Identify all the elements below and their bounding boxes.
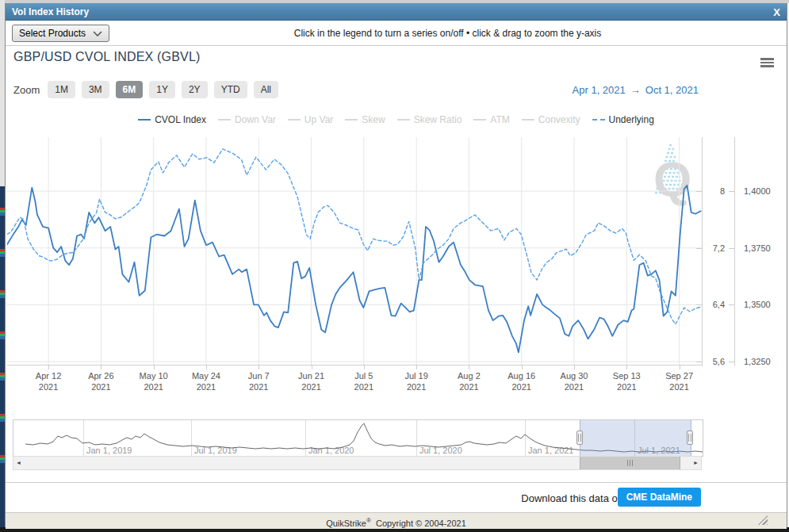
range-end: Oct 1, 2021	[645, 84, 699, 96]
y-axis-tick	[729, 362, 734, 362]
x-axis-tick	[101, 366, 101, 369]
main-chart-plot[interactable]	[7, 137, 702, 366]
chart-legend: CVOL IndexDown VarUp VarSkewSkew RatioAT…	[6, 114, 787, 125]
zoom-button-ytd[interactable]: YTD	[214, 81, 247, 98]
select-products-label: Select Products	[19, 28, 86, 39]
navigator-right-handle[interactable]	[687, 431, 693, 445]
legend-item-atm[interactable]: ATM	[473, 114, 509, 125]
y-axis-label-underlying: 1,3750	[744, 243, 789, 254]
y-axis-tick	[696, 248, 702, 249]
legend-item-down-var[interactable]: Down Var	[218, 114, 276, 125]
x-axis-label: Sep 272021	[652, 370, 707, 392]
scrollbar-right-arrow-icon[interactable]: ►	[691, 457, 701, 469]
x-axis-label: May 102021	[126, 370, 182, 392]
dialog-title: Vol Index History	[12, 6, 89, 17]
horizontal-scrollbar[interactable]: ◄►	[13, 456, 702, 470]
x-axis-tick	[259, 366, 259, 369]
download-text: Download this data on	[521, 492, 623, 504]
y-axis-label-cvol: 6,4	[680, 299, 725, 310]
x-axis-label: Jul 52021	[336, 370, 392, 392]
y-axis-tick	[696, 191, 702, 192]
scrollbar-thumb[interactable]	[580, 457, 680, 469]
legend-line-sample	[397, 119, 410, 121]
legend-line-sample	[345, 119, 358, 121]
legend-line-sample	[138, 119, 151, 121]
navigator-selected-range[interactable]	[580, 420, 691, 456]
underlying-axis-line[interactable]	[734, 137, 735, 366]
legend-label: Convexity	[538, 114, 580, 125]
legend-item-skew[interactable]: Skew	[345, 114, 385, 125]
legend-label: Skew	[362, 114, 385, 125]
legend-label: CVOL Index	[155, 114, 206, 125]
x-axis-label: Aug 22021	[441, 370, 496, 392]
y-axis-label-cvol: 5,6	[680, 356, 725, 367]
x-axis-tick	[522, 366, 523, 369]
footer-bar: QuikStrike® Copyright © 2004-2021	[6, 512, 787, 529]
legend-line-sample	[473, 119, 486, 121]
legend-label: Up Var	[304, 114, 333, 125]
legend-line-sample	[218, 119, 231, 121]
close-icon[interactable]: X	[773, 6, 780, 18]
legend-item-cvol-index[interactable]: CVOL Index	[138, 114, 206, 125]
dialog-titlebar[interactable]: Vol Index History X	[6, 4, 787, 21]
y-axis-label-underlying: 1,4000	[744, 186, 789, 197]
zoom-button-6m[interactable]: 6M	[116, 81, 144, 98]
x-axis-label: Aug 162021	[494, 370, 550, 392]
legend-line-sample	[288, 119, 301, 121]
x-axis-tick	[364, 366, 365, 369]
chart-menu-icon[interactable]	[760, 58, 774, 68]
x-axis-tick	[48, 366, 49, 369]
registered-mark: ®	[366, 517, 371, 524]
legend-item-up-var[interactable]: Up Var	[288, 114, 333, 125]
zoom-button-2y[interactable]: 2Y	[182, 81, 208, 98]
series-cvol-index[interactable]	[7, 186, 701, 353]
dialog-toolbar: Select Products Click in the legend to t…	[6, 21, 787, 46]
chevron-down-icon	[93, 31, 102, 36]
legend-item-underlying[interactable]: Underlying	[592, 114, 654, 125]
scrollbar-left-arrow-icon[interactable]: ◄	[13, 457, 24, 469]
x-axis-label: Jul 192021	[389, 370, 444, 392]
footer-copyright: Copyright © 2004-2021	[376, 519, 466, 528]
series-underlying[interactable]	[7, 149, 701, 324]
zoom-button-3m[interactable]: 3M	[82, 81, 109, 98]
range-navigator[interactable]: Jan 1, 2019Jul 1, 2019Jan 1, 2020Jul 1, …	[13, 419, 703, 457]
y-axis-label-underlying: 1,3500	[744, 299, 789, 310]
y-axis-label-cvol: 8	[680, 186, 725, 197]
vol-index-history-dialog: Vol Index History X Select Products Clic…	[5, 3, 787, 527]
x-axis-tick	[312, 366, 312, 369]
date-range: Apr 1, 2021→Oct 1, 2021	[573, 84, 699, 96]
x-axis-tick	[680, 366, 680, 369]
chart-title: GBP/USD CVOL INDEX (GBVL)	[13, 50, 201, 64]
legend-label: Underlying	[609, 114, 654, 125]
select-products-button[interactable]: Select Products	[12, 25, 109, 42]
legend-label: Skew Ratio	[414, 114, 462, 125]
cme-datamine-button[interactable]: CME DataMine	[618, 488, 701, 507]
range-arrow-icon: →	[626, 84, 645, 96]
x-axis-label: Sep 132021	[599, 370, 654, 392]
legend-instruction-text: Click in the legend to turn a series on/…	[109, 28, 787, 39]
y-axis-tick	[696, 362, 702, 362]
navigator-left-handle[interactable]	[576, 431, 583, 445]
legend-label: ATM	[490, 114, 509, 125]
y-axis-tick	[696, 304, 702, 305]
x-axis-label: Aug 302021	[546, 370, 602, 392]
zoom-button-all[interactable]: All	[254, 81, 278, 98]
download-row: Download this data on CME DataMine	[6, 482, 787, 513]
y-axis-tick	[729, 304, 734, 305]
legend-item-skew-ratio[interactable]: Skew Ratio	[397, 114, 462, 125]
x-axis-tick	[574, 366, 575, 369]
legend-item-convexity[interactable]: Convexity	[522, 114, 580, 125]
x-axis-tick	[416, 366, 417, 369]
x-axis-label: Apr 262021	[73, 370, 128, 392]
y-axis-label-cvol: 7,2	[680, 243, 725, 254]
x-axis-tick	[154, 366, 155, 369]
x-axis-tick	[469, 366, 469, 369]
legend-line-sample	[592, 119, 605, 121]
x-axis-label: Jun 212021	[284, 370, 339, 392]
legend-line-sample	[522, 119, 534, 121]
range-start: Apr 1, 2021	[573, 84, 626, 96]
zoom-button-1y[interactable]: 1Y	[149, 81, 175, 98]
legend-label: Down Var	[235, 114, 276, 125]
zoom-button-1m[interactable]: 1M	[48, 81, 75, 98]
x-axis-tick	[626, 366, 627, 369]
